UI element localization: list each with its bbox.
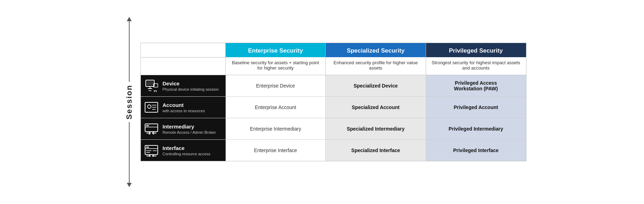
cell-enterprise-intermediary: Enterprise Intermediary [225,118,325,140]
cell-enterprise-account: Enterprise Account [225,97,325,118]
session-label-wrapper: Session [118,17,140,187]
row-text-account: Account with access to resources [163,102,205,113]
privileged-subtitle-cell: Strongest security for highest impact as… [426,57,526,75]
svg-rect-13 [146,125,149,126]
row-label-inner-intermediary: Intermediary Remote Access / Admin Broke… [144,122,222,135]
arrow-head-up-icon [127,17,132,21]
svg-rect-18 [146,146,149,148]
data-row-account: Account with access to resources Enterpr… [141,97,526,118]
cell-enterprise-device: Enterprise Device [225,75,325,97]
row-title-device: Device [163,80,219,86]
session-label: Session [125,82,134,122]
cell-specialized-account: Specialized Account [326,97,426,118]
account-icon [144,101,159,114]
row-text-interface: Interface Controlling resource access [163,145,211,156]
row-title-account: Account [163,102,205,108]
cell-specialized-device: Specialized Device [326,75,426,97]
row-label-device: Device Physical device initiating sessio… [141,75,226,97]
row-subtitle-account: with access to resources [163,109,205,113]
main-container: Session Enterprise Security [118,17,526,187]
privileged-title: Privileged Security [429,47,523,54]
arrow-top [129,17,130,82]
enterprise-subtitle-cell: Baseline security for assets + starting … [225,57,325,75]
subtitle-empty-cell [141,57,226,75]
subtitle-row: Baseline security for assets + starting … [141,57,526,75]
table-body: Device Physical device initiating sessio… [141,75,526,161]
arrow-bottom [129,122,130,187]
row-subtitle-intermediary: Remote Access / Admin Broker [163,130,216,134]
arrow-head-down-icon [127,183,132,187]
row-title-interface: Interface [163,145,211,151]
row-title-intermediary: Intermediary [163,124,216,130]
svg-point-7 [148,105,151,108]
row-label-interface: Interface Controlling resource access [141,140,226,161]
specialized-subtitle-cell: Enhanced security profile for higher val… [326,57,426,75]
main-table-wrapper: Enterprise Security Specialized Security… [140,43,526,161]
row-label-inner-device: Device Physical device initiating sessio… [144,79,222,92]
row-label-account: Account with access to resources [141,97,226,118]
cell-privileged-interface: Privileged Interface [426,140,526,161]
row-text-intermediary: Intermediary Remote Access / Admin Broke… [163,124,216,134]
data-row-device: Device Physical device initiating sessio… [141,75,526,97]
cell-privileged-device: Privileged AccessWorkstation (PAW) [426,75,526,97]
row-text-device: Device Physical device initiating sessio… [163,80,219,91]
header-empty-cell [141,43,226,57]
row-label-inner-account: Account with access to resources [144,101,222,114]
header-privileged-cell: Privileged Security [426,43,526,57]
header-row: Enterprise Security Specialized Security… [141,43,526,57]
cell-specialized-intermediary: Specialized Intermediary [326,118,426,140]
intermediary-icon [144,122,159,135]
row-subtitle-interface: Controlling resource access [163,152,211,156]
data-row-interface: Interface Controlling resource access En… [141,140,526,161]
cell-specialized-interface: Specialized Interface [326,140,426,161]
row-label-intermediary: Intermediary Remote Access / Admin Broke… [141,118,226,140]
svg-rect-1 [147,81,153,85]
row-label-inner-interface: Interface Controlling resource access [144,144,222,157]
row-subtitle-device: Physical device initiating session [163,87,219,91]
specialized-title: Specialized Security [329,47,423,54]
cell-privileged-account: Privileged Account [426,97,526,118]
cell-enterprise-interface: Enterprise Interface [225,140,325,161]
main-table: Enterprise Security Specialized Security… [141,43,526,161]
device-icon [144,79,159,92]
data-row-intermediary: Intermediary Remote Access / Admin Broke… [141,118,526,140]
cell-privileged-intermediary: Privileged Intermediary [426,118,526,140]
header-enterprise-cell: Enterprise Security [225,43,325,57]
enterprise-title: Enterprise Security [229,47,323,54]
header-specialized-cell: Specialized Security [326,43,426,57]
interface-icon [144,144,159,157]
